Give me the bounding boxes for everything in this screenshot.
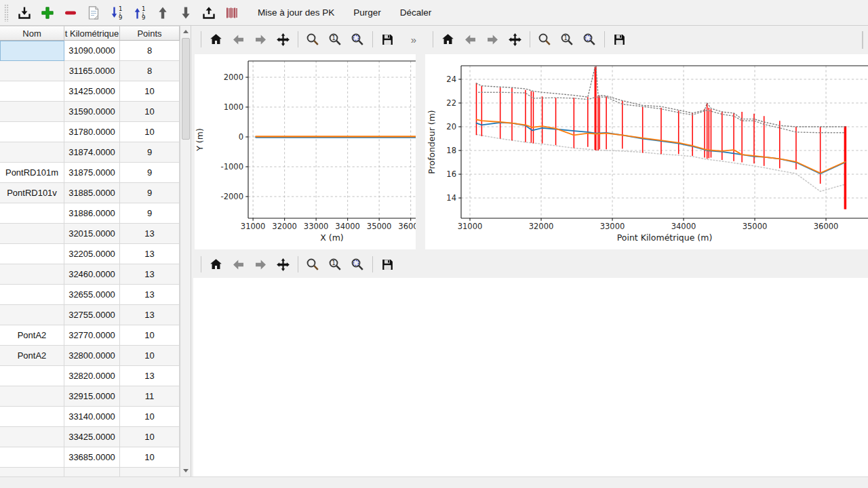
cell-points[interactable]: 10 (120, 122, 180, 142)
cell-nom[interactable]: PontRD101m (0, 163, 64, 183)
cell-nom[interactable] (0, 264, 64, 285)
home-button[interactable] (439, 30, 457, 49)
pan-button[interactable] (274, 30, 292, 49)
cell-pk[interactable]: 31886.0000 (64, 203, 120, 224)
cell-points[interactable]: 11 (120, 386, 180, 407)
move-down-button[interactable] (176, 3, 195, 22)
zoom-region-button[interactable] (580, 30, 599, 49)
cell-nom[interactable] (0, 366, 64, 386)
zoom-one-button[interactable]: 1 (558, 30, 576, 49)
toolbar-grip[interactable] (4, 4, 9, 22)
cell-pk[interactable]: 32205.0000 (64, 244, 120, 264)
zoom-button[interactable] (536, 30, 554, 49)
move-up-button[interactable] (153, 3, 172, 22)
cell-points[interactable]: 10 (120, 346, 180, 366)
column-header-point-kilometrique[interactable]: t Kilométrique (64, 26, 120, 41)
cell-nom[interactable] (0, 305, 64, 325)
cell-nom[interactable] (0, 81, 64, 102)
home-button[interactable] (207, 255, 225, 274)
cell-pk[interactable]: 31425.0000 (64, 81, 120, 102)
cell-points[interactable]: 10 (120, 407, 180, 427)
cell-pk[interactable]: 32755.0000 (64, 305, 120, 325)
cell-points[interactable]: 13 (120, 366, 180, 386)
back-button[interactable] (229, 255, 248, 274)
import-button[interactable] (15, 3, 33, 22)
zoom-region-button[interactable] (349, 30, 367, 49)
cell-nom[interactable]: PontA2 (0, 325, 64, 346)
cell-empty[interactable] (64, 468, 120, 476)
new-document-button[interactable] (84, 3, 102, 22)
cell-points[interactable]: 8 (120, 41, 180, 61)
cell-nom[interactable] (0, 41, 64, 61)
shift-button[interactable]: Décaler (395, 3, 437, 22)
toolbar-overflow-chevron[interactable]: » (411, 34, 416, 45)
add-button[interactable] (38, 3, 56, 22)
update-profiles-button[interactable] (222, 3, 241, 22)
cell-pk[interactable]: 33140.0000 (64, 407, 120, 427)
cell-pk[interactable]: 33685.0000 (64, 447, 120, 468)
cell-pk[interactable]: 32915.0000 (64, 386, 120, 407)
scroll-up-button[interactable] (181, 26, 191, 37)
back-button[interactable] (229, 30, 248, 49)
cell-nom[interactable] (0, 122, 64, 142)
cell-points[interactable]: 10 (120, 102, 180, 122)
cell-points[interactable]: 13 (120, 224, 180, 244)
purge-button[interactable]: Purger (348, 3, 387, 22)
table-scrollbar[interactable] (180, 26, 191, 476)
cell-pk[interactable]: 31885.0000 (64, 183, 120, 203)
cell-pk[interactable]: 32770.0000 (64, 325, 120, 346)
cell-nom[interactable] (0, 285, 64, 305)
cell-pk[interactable]: 32015.0000 (64, 224, 120, 244)
zoom-region-button[interactable] (349, 255, 367, 274)
cell-points[interactable]: 10 (120, 447, 180, 468)
cell-points[interactable]: 8 (120, 61, 180, 81)
sort-ascending-button[interactable]: 19 (130, 3, 149, 22)
column-header-nom[interactable]: Nom (0, 26, 64, 41)
export-button[interactable] (199, 3, 218, 22)
back-button[interactable] (461, 30, 479, 49)
cell-points[interactable]: 13 (120, 305, 180, 325)
cell-nom[interactable] (0, 386, 64, 407)
cell-points[interactable]: 13 (120, 264, 180, 285)
pan-button[interactable] (506, 30, 524, 49)
cell-pk[interactable]: 31780.0000 (64, 122, 120, 142)
profile-chart[interactable]: 3100032000330003400035000360001416182022… (425, 54, 868, 249)
cell-pk[interactable]: 31090.0000 (64, 41, 120, 61)
cell-pk[interactable]: 32655.0000 (64, 285, 120, 305)
zoom-one-button[interactable]: 1 (326, 30, 344, 49)
cell-points[interactable]: 10 (120, 325, 180, 346)
update-pk-button[interactable]: Mise à jour des PK (252, 3, 340, 22)
cell-pk[interactable]: 33425.0000 (64, 427, 120, 447)
zoom-button[interactable] (304, 30, 322, 49)
cell-nom[interactable] (0, 427, 64, 447)
forward-button[interactable] (484, 30, 502, 49)
cell-nom[interactable] (0, 224, 64, 244)
cell-pk[interactable]: 32820.0000 (64, 366, 120, 386)
cell-points[interactable]: 9 (120, 203, 180, 224)
cell-points[interactable]: 9 (120, 142, 180, 163)
cell-points[interactable]: 10 (120, 427, 180, 447)
cell-empty[interactable] (120, 468, 180, 476)
cell-points[interactable]: 9 (120, 183, 180, 203)
forward-button[interactable] (252, 30, 270, 49)
cell-points[interactable]: 10 (120, 81, 180, 102)
forward-button[interactable] (252, 255, 270, 274)
cell-pk[interactable]: 31590.0000 (64, 102, 120, 122)
cell-nom[interactable] (0, 61, 64, 81)
cell-pk[interactable]: 31875.0000 (64, 163, 120, 183)
xy-plot-figure[interactable]: 310003200033000340003500036000-2000-1000… (195, 54, 416, 249)
cell-nom[interactable] (0, 244, 64, 264)
cell-pk[interactable]: 32460.0000 (64, 264, 120, 285)
scrollbar-handle[interactable] (182, 38, 190, 140)
cell-points[interactable]: 9 (120, 163, 180, 183)
cell-nom[interactable]: PontA2 (0, 346, 64, 366)
cell-pk[interactable]: 31874.0000 (64, 142, 120, 163)
profile-plot-figure[interactable]: 3100032000330003400035000360001416182022… (425, 54, 868, 249)
save-button[interactable] (378, 30, 397, 49)
scroll-down-button[interactable] (181, 465, 191, 476)
pan-button[interactable] (274, 255, 292, 274)
cell-empty[interactable] (0, 468, 64, 476)
xy-chart[interactable]: 310003200033000340003500036000-2000-1000… (195, 54, 416, 249)
bottom-plot-canvas[interactable] (193, 278, 868, 476)
cell-pk[interactable]: 31165.0000 (64, 61, 120, 81)
